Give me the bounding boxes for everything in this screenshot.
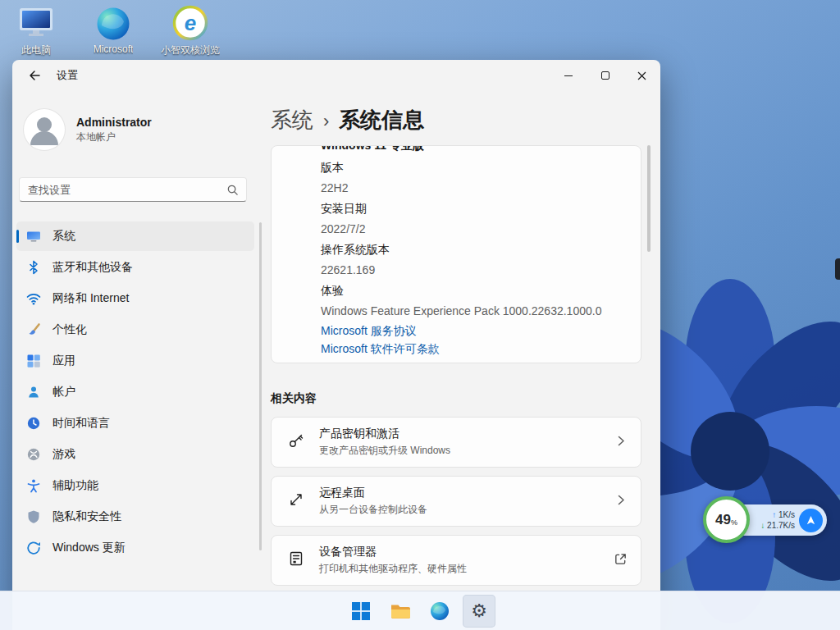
sidebar-item-accounts[interactable]: 帐户 — [16, 377, 254, 407]
net-speed-text: ↑ 1K/s ↓ 21.7K/s — [760, 509, 795, 531]
sidebar-item-label: 蓝牙和其他设备 — [52, 260, 133, 275]
sidebar-item-label: 游戏 — [52, 447, 75, 462]
services-agreement-link[interactable]: Microsoft 服务协议 — [321, 322, 417, 340]
key-icon — [288, 432, 304, 452]
boost-rocket-button[interactable] — [799, 509, 823, 532]
close-button[interactable] — [623, 60, 660, 91]
settings-taskbar-button[interactable]: ⚙ — [463, 595, 495, 628]
sidebar-item-privacy[interactable]: 隐私和安全性 — [16, 502, 254, 532]
clock-icon — [26, 416, 41, 431]
spec-value-install-date: 2022/7/2 — [321, 219, 641, 240]
sidebar-handle[interactable] — [835, 258, 840, 280]
minimize-button[interactable] — [550, 60, 587, 91]
chevron-right-icon — [614, 434, 628, 450]
edge-icon — [96, 5, 130, 41]
breadcrumb-parent[interactable]: 系统 — [271, 106, 313, 135]
maximize-button[interactable] — [587, 60, 623, 91]
spec-label-install-date: 安装日期 — [321, 199, 641, 219]
desktop-icon-browser-e[interactable]: e 小智双核浏览 — [161, 5, 220, 57]
back-arrow-icon — [28, 69, 41, 82]
search-icon — [226, 184, 239, 196]
avatar — [24, 109, 65, 150]
windows-logo-icon — [352, 602, 370, 620]
sidebar-item-windows-update[interactable]: Windows 更新 — [16, 533, 254, 563]
maximize-icon — [601, 71, 609, 80]
sidebar-item-time-language[interactable]: 时间和语言 — [16, 409, 254, 438]
minimize-icon — [564, 75, 573, 76]
sidebar-item-label: 应用 — [52, 354, 75, 368]
person-icon — [26, 385, 41, 399]
this-pc-icon — [17, 5, 55, 41]
user-type: 本地帐户 — [76, 130, 152, 144]
sidebar-item-label: 系统 — [52, 229, 75, 244]
spec-label-experience: 体验 — [321, 281, 641, 301]
rocket-icon — [805, 514, 817, 527]
chevron-right-icon — [614, 493, 628, 509]
close-icon — [637, 71, 646, 80]
sidebar-item-personalization[interactable]: 个性化 — [16, 315, 254, 345]
download-speed: 21.7K/s — [767, 521, 795, 530]
e-browser-icon: e — [172, 5, 208, 41]
folder-icon — [390, 603, 411, 620]
spec-value-os-build: 22621.169 — [321, 260, 641, 281]
sidebar-item-label: Windows 更新 — [52, 541, 126, 555]
start-button[interactable] — [345, 595, 377, 628]
desktop-icon-label: 小智双核浏览 — [161, 43, 220, 57]
device-manager-card[interactable]: 设备管理器 打印机和其他驱动程序、硬件属性 — [271, 535, 641, 586]
sidebar-item-apps[interactable]: 应用 — [16, 346, 254, 376]
edge-icon — [430, 601, 450, 621]
sidebar-item-label: 个性化 — [52, 322, 87, 337]
spec-label-version: 版本 — [321, 158, 641, 178]
content-scrollbar[interactable] — [647, 145, 651, 252]
spec-value-experience: Windows Feature Experience Pack 1000.226… — [321, 301, 641, 322]
card-subtitle: 从另一台设备控制此设备 — [319, 503, 600, 517]
settings-window: 设置 Administr — [12, 60, 660, 630]
related-heading: 相关内容 — [271, 391, 317, 406]
window-title: 设置 — [57, 60, 78, 91]
edge-taskbar-button[interactable] — [423, 595, 456, 628]
search-input[interactable] — [20, 184, 226, 196]
back-button[interactable] — [21, 63, 48, 88]
wifi-icon — [26, 291, 41, 306]
xbox-icon — [26, 447, 41, 462]
desktop-icon-this-pc[interactable]: 此电脑 — [7, 5, 66, 57]
sidebar-scrollbar[interactable] — [259, 222, 262, 550]
file-explorer-button[interactable] — [384, 595, 417, 628]
spec-label-os-build: 操作系统版本 — [321, 240, 641, 260]
settings-search — [19, 177, 247, 202]
memory-percent: 49 — [715, 512, 731, 528]
user-account[interactable]: Administrator 本地帐户 — [24, 109, 152, 150]
memory-usage-ball[interactable]: 49 % — [703, 496, 750, 543]
sidebar-item-label: 隐私和安全性 — [52, 509, 121, 524]
brush-icon — [26, 322, 41, 337]
apps-grid-icon — [26, 354, 41, 368]
sidebar-item-gaming[interactable]: 游戏 — [16, 440, 254, 469]
user-name: Administrator — [76, 116, 152, 129]
update-icon — [26, 541, 41, 555]
remote-desktop-icon — [288, 491, 304, 511]
sidebar-item-label: 帐户 — [52, 385, 75, 399]
product-key-card[interactable]: 产品密钥和激活 更改产品密钥或升级 Windows — [271, 417, 641, 468]
remote-desktop-card[interactable]: 远程桌面 从另一台设备控制此设备 — [271, 476, 641, 527]
sidebar-item-label: 时间和语言 — [52, 416, 110, 431]
sidebar-item-bluetooth[interactable]: 蓝牙和其他设备 — [16, 253, 254, 282]
sidebar-item-label: 辅助功能 — [52, 478, 98, 493]
titlebar: 设置 — [12, 60, 660, 91]
desktop-icons: 此电脑 Microsoft e — [7, 5, 220, 57]
sidebar-item-accessibility[interactable]: 辅助功能 — [16, 471, 254, 500]
upload-speed: 1K/s — [778, 510, 795, 519]
sidebar-item-system[interactable]: 系统 — [16, 221, 254, 251]
sidebar-item-network[interactable]: 网络和 Internet — [16, 284, 254, 313]
card-subtitle: 打印机和其他驱动程序、硬件属性 — [319, 562, 599, 576]
upload-arrow-icon: ↑ — [772, 510, 776, 519]
percent-sign: % — [731, 518, 737, 527]
desktop-icon-label: Microsoft — [94, 43, 134, 55]
breadcrumb-separator: › — [323, 111, 329, 132]
desktop-icon-label: 此电脑 — [21, 43, 51, 57]
software-license-link[interactable]: Microsoft 软件许可条款 — [321, 340, 440, 358]
page-title: 系统信息 — [339, 106, 424, 135]
external-link-icon — [614, 552, 628, 569]
taskbar-center: ⚙ — [345, 591, 495, 630]
desktop-icon-edge[interactable]: Microsoft — [84, 5, 143, 57]
settings-nav: 系统 蓝牙和其他设备 — [12, 220, 258, 564]
